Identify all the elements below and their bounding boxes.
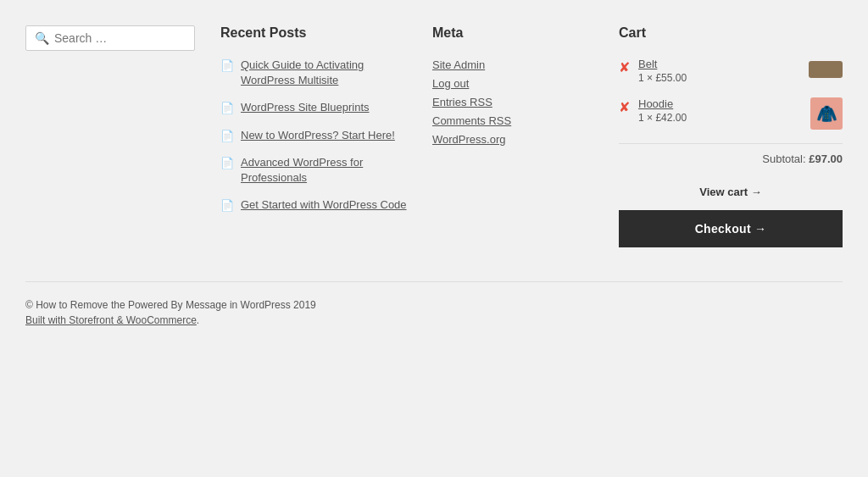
post-icon: 📄 xyxy=(220,102,234,114)
meta-list: Site Admin Log out Entries RSS Comments … xyxy=(432,58,593,146)
belt-image xyxy=(809,61,843,78)
cart-item-hoodie: ✘ Hoodie 1 × £42.00 🧥 xyxy=(619,97,843,130)
post-icon: 📄 xyxy=(220,199,234,212)
footer-credit-link[interactable]: Built with Storefront & WooCommerce xyxy=(25,314,197,326)
list-item: 📄 Quick Guide to Activating WordPress Mu… xyxy=(220,58,407,88)
remove-hoodie-button[interactable]: ✘ xyxy=(619,99,630,115)
checkout-button[interactable]: Checkout → xyxy=(619,210,843,247)
meta-link-logout[interactable]: Log out xyxy=(432,77,469,90)
post-link[interactable]: Advanced WordPress for Professionals xyxy=(241,155,407,186)
meta-link-wordpress-org[interactable]: WordPress.org xyxy=(432,133,505,146)
page-wrapper: 🔍 Recent Posts 📄 Quick Guide to Activati… xyxy=(0,0,868,282)
list-item: Entries RSS xyxy=(432,95,593,108)
cart-item-belt: ✘ Belt 1 × £55.00 xyxy=(619,58,843,84)
post-link[interactable]: Get Started with WordPress Code xyxy=(241,197,407,213)
cart-title: Cart xyxy=(619,25,843,41)
widgets-row: 🔍 Recent Posts 📄 Quick Guide to Activati… xyxy=(25,17,843,282)
remove-belt-button[interactable]: ✘ xyxy=(619,59,630,75)
list-item: Comments RSS xyxy=(432,114,593,127)
meta-link-entries-rss[interactable]: Entries RSS xyxy=(432,96,492,108)
post-link[interactable]: Quick Guide to Activating WordPress Mult… xyxy=(241,58,407,88)
post-icon: 📄 xyxy=(220,130,234,142)
list-item: 📄 Get Started with WordPress Code xyxy=(220,197,407,213)
post-link[interactable]: New to WordPress? Start Here! xyxy=(241,128,395,143)
cart-item-price-hoodie: 1 × £42.00 xyxy=(638,112,687,124)
list-item: 📄 WordPress Site Blueprints xyxy=(220,100,407,115)
cart-subtotal: Subtotal: £97.00 xyxy=(619,153,843,165)
widget-search: 🔍 xyxy=(25,25,220,247)
list-item: Log out xyxy=(432,76,593,90)
view-cart-button[interactable]: View cart → xyxy=(619,179,843,205)
cart-divider xyxy=(619,143,843,144)
meta-link-site-admin[interactable]: Site Admin xyxy=(432,58,485,71)
cart-item-details: Hoodie 1 × £42.00 xyxy=(638,97,802,124)
search-input[interactable] xyxy=(54,31,186,45)
meta-link-comments-rss[interactable]: Comments RSS xyxy=(432,114,511,127)
footer: © How to Remove the Powered By Message i… xyxy=(0,282,868,343)
footer-credit: Built with Storefront & WooCommerce. xyxy=(25,314,843,326)
widget-meta: Meta Site Admin Log out Entries RSS Comm… xyxy=(432,25,619,247)
widget-recent-posts: Recent Posts 📄 Quick Guide to Activating… xyxy=(220,25,432,247)
recent-posts-list: 📄 Quick Guide to Activating WordPress Mu… xyxy=(220,58,407,213)
cart-actions: View cart → Checkout → xyxy=(619,179,843,247)
cart-item-price-belt: 1 × £55.00 xyxy=(638,72,687,84)
post-link[interactable]: WordPress Site Blueprints xyxy=(241,100,370,115)
list-item: Site Admin xyxy=(432,58,593,71)
search-form[interactable]: 🔍 xyxy=(25,25,195,51)
list-item: 📄 Advanced WordPress for Professionals xyxy=(220,155,407,186)
cart-item-name-hoodie[interactable]: Hoodie xyxy=(638,97,802,110)
widget-cart: Cart ✘ Belt 1 × £55.00 ✘ Hoodie 1 xyxy=(619,25,843,247)
meta-title: Meta xyxy=(432,25,593,41)
footer-copyright: © How to Remove the Powered By Message i… xyxy=(25,299,843,311)
recent-posts-title: Recent Posts xyxy=(220,25,407,41)
cart-item-details: Belt 1 × £55.00 xyxy=(638,58,800,84)
cart-item-name-belt[interactable]: Belt xyxy=(638,58,800,70)
list-item: WordPress.org xyxy=(432,132,593,146)
hoodie-image: 🧥 xyxy=(810,97,843,130)
post-icon: 📄 xyxy=(220,59,234,72)
search-icon: 🔍 xyxy=(35,31,49,45)
post-icon: 📄 xyxy=(220,157,234,169)
list-item: 📄 New to WordPress? Start Here! xyxy=(220,128,407,143)
